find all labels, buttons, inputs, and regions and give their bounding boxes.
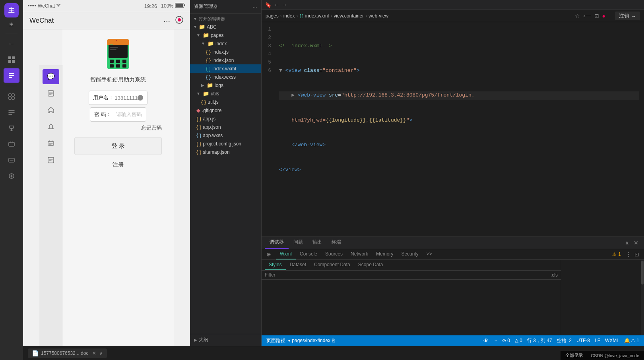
wechat-nav-item-0[interactable]: 💬	[43, 69, 59, 84]
wechat-nav-item-5[interactable]	[43, 153, 59, 168]
sidebar-item-1[interactable]	[4, 89, 19, 104]
wechat-nav-item-4[interactable]	[43, 136, 59, 151]
file-sitemap[interactable]: { } sitemap.json	[190, 148, 261, 156]
devtools-filter-input[interactable]	[265, 272, 547, 278]
outline-section[interactable]: ▶ 大纲	[190, 334, 261, 346]
doc-close-icon[interactable]: ✕	[92, 350, 96, 356]
devtools-settings-icon[interactable]: ⊡	[633, 250, 641, 259]
sidebar-item-3[interactable]	[4, 121, 19, 135]
collapse-btn-webview[interactable]: ▶	[291, 91, 298, 100]
sidebar-item-2[interactable]	[4, 105, 19, 120]
devtools-warning-badge[interactable]: ⚠ 1	[609, 252, 624, 257]
wechat-record-icon[interactable]	[175, 15, 184, 26]
status-language[interactable]: WXML	[605, 338, 619, 343]
file-app-js[interactable]: { } app.js	[190, 114, 261, 123]
status-eye-icon[interactable]: 👁	[483, 337, 489, 344]
subtab-network[interactable]: Network	[347, 249, 372, 259]
path-copy-icon[interactable]: ⎘	[332, 338, 335, 343]
file-panel-more-btn[interactable]: ···	[252, 4, 257, 10]
editor-star-icon[interactable]: ☆	[575, 13, 580, 19]
toolbar-forward-btn[interactable]: →	[282, 2, 287, 8]
folder-index[interactable]: ▼ 📁 index	[190, 39, 261, 48]
collapse-btn[interactable]: ▼	[279, 67, 285, 75]
folder-logs[interactable]: ▶ 📁 logs	[190, 81, 261, 89]
csdn-show-all[interactable]: 全部显示	[565, 352, 583, 358]
status-errors[interactable]: ⊘ 0	[502, 338, 510, 343]
sidebar-editor-btn[interactable]	[4, 68, 19, 83]
file-util-js[interactable]: { } util.js	[190, 98, 261, 106]
file-index-json[interactable]: { } index.json	[190, 56, 261, 64]
wechat-dots-icon[interactable]: ···	[163, 16, 170, 25]
sidebar-back-btn[interactable]: ←	[4, 37, 19, 51]
sidebar-apps-btn[interactable]	[4, 52, 19, 67]
breadcrumb-pages[interactable]: pages	[266, 13, 279, 19]
devtools-more-btn[interactable]: ⋮	[624, 250, 633, 259]
wechat-nav-item-2[interactable]	[43, 103, 59, 118]
toolbar-bookmark-icon[interactable]: 🔖	[265, 2, 272, 8]
logout-label[interactable]: 注销	[619, 12, 629, 19]
sidebar-item-4[interactable]	[4, 137, 19, 151]
breadcrumb-view-container[interactable]: view.container	[334, 13, 364, 19]
status-more-btn[interactable]: ···	[493, 338, 497, 343]
sidebar-item-6[interactable]	[4, 169, 19, 183]
status-warning-count[interactable]: 🔔 ⚠ 1	[624, 338, 639, 343]
subtab2-styles[interactable]: Styles	[265, 260, 286, 270]
code-lines[interactable]: <!--index.wxml--> ▼ <view class = "conta…	[274, 22, 644, 236]
bottom-doc-item[interactable]: 📄 1577580676532....doc ✕ ∧	[28, 348, 107, 358]
devtools-cls-btn[interactable]: .cls	[551, 272, 558, 278]
subtab-security[interactable]: Security	[397, 249, 422, 259]
devtools-minimize-btn[interactable]: ∧	[623, 238, 631, 248]
devtools-tab-debugger[interactable]: 调试器	[265, 236, 289, 249]
subtab-more[interactable]: >>	[423, 249, 436, 259]
subtab2-component-data[interactable]: Component Data	[310, 260, 354, 270]
sidebar-item-5[interactable]	[4, 153, 19, 167]
forgot-password-link[interactable]: 忘记密码	[141, 125, 162, 131]
devtools-tab-terminal[interactable]: 终端	[327, 236, 346, 249]
status-row-col[interactable]: 行 3，列 47	[527, 337, 552, 344]
file-app-json[interactable]: { } app.json	[190, 123, 261, 131]
devtools-close-btn[interactable]: ✕	[631, 238, 641, 248]
folder-utils[interactable]: ▼ 📁 utils	[190, 89, 261, 98]
file-index-wxml[interactable]: { } index.wxml	[190, 64, 261, 73]
code-editor-area[interactable]: 1 2 3 4 5 6 <!--index.wxml-->	[262, 22, 644, 236]
breadcrumb-webview[interactable]: web-view	[369, 13, 388, 19]
username-input-row[interactable]: 用户名： 13811111	[89, 91, 148, 105]
devtools-pointer-icon[interactable]: ⊕	[265, 250, 273, 259]
file-index-wxss[interactable]: { } index.wxss	[190, 73, 261, 81]
devtools-scrollbar[interactable]	[641, 260, 644, 335]
subtab-console[interactable]: Console	[296, 249, 321, 259]
subtab2-scope-data[interactable]: Scope Data	[354, 260, 387, 270]
file-app-wxss[interactable]: { } app.wxss	[190, 131, 261, 139]
login-button[interactable]: 登 录	[74, 137, 162, 155]
file-index-js[interactable]: { } index.js	[190, 48, 261, 56]
editor-split-icon[interactable]: ⊡	[594, 13, 599, 19]
open-editors-header[interactable]: ▼ 打开的编辑器	[190, 15, 261, 23]
toolbar-back-btn[interactable]: ←	[274, 2, 279, 8]
folder-pages[interactable]: ▼ 📁 pages	[190, 31, 261, 39]
breadcrumb-index[interactable]: index	[283, 13, 295, 19]
editor-close-icon[interactable]: ●	[602, 13, 605, 19]
breadcrumb-filename[interactable]: index.wxml	[305, 13, 329, 19]
subtab2-dataset[interactable]: Dataset	[286, 260, 310, 270]
wechat-nav-item-3[interactable]	[43, 119, 59, 134]
subtab-wxml[interactable]: Wxml	[276, 249, 296, 259]
editor-settings-icon[interactable]: ⟵	[583, 13, 591, 19]
status-encoding[interactable]: UTF-8	[576, 338, 590, 343]
file-gitignore[interactable]: ◆ .gitignore	[190, 106, 261, 114]
register-link[interactable]: 注册	[113, 161, 124, 168]
file-project-config[interactable]: { } project.config.json	[190, 139, 261, 148]
devtools-tab-problems[interactable]: 问题	[289, 236, 308, 249]
status-warnings[interactable]: △ 0	[515, 338, 522, 343]
root-folder[interactable]: ▼ 📁 ABC	[190, 23, 261, 31]
code-content[interactable]: 1 2 3 4 5 6 <!--index.wxml-->	[262, 22, 644, 236]
subtab-memory[interactable]: Memory	[372, 249, 397, 259]
subtab-sources[interactable]: Sources	[321, 249, 347, 259]
devtools-scrollbar-thumb[interactable]	[641, 261, 644, 285]
status-line-ending[interactable]: LF	[595, 338, 600, 343]
devtools-tab-output[interactable]: 输出	[308, 236, 327, 249]
status-path-label[interactable]: 页面路径· ▾ pages/index/index ⎘	[266, 337, 335, 344]
password-input-row[interactable]: 密 码： 请输入密码	[90, 107, 146, 122]
doc-expand-icon[interactable]: ∧	[99, 350, 103, 356]
status-spaces[interactable]: 空格: 2	[557, 337, 572, 344]
wechat-nav-item-1[interactable]	[43, 86, 59, 101]
